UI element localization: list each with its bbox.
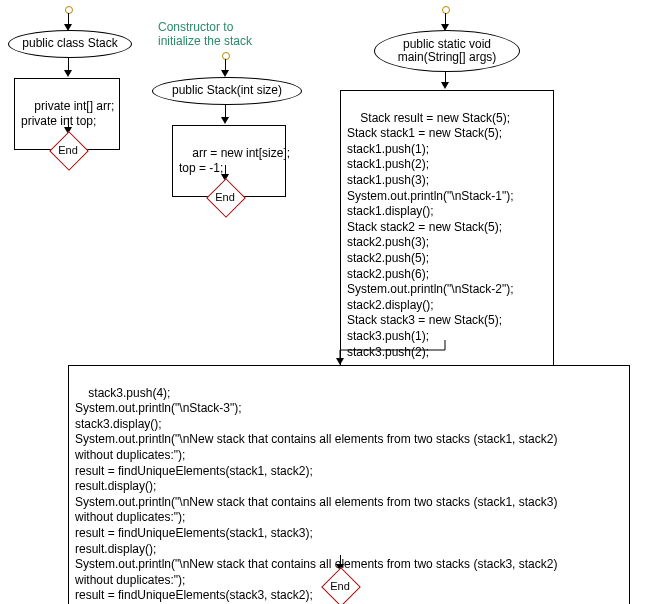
end-diamond-flow1: End <box>50 132 86 168</box>
start-dot-flow2 <box>222 52 230 60</box>
end-diamond-flow2: End <box>207 179 243 215</box>
end-label: End <box>50 132 86 168</box>
arrow-line <box>68 57 69 71</box>
flowchart-canvas: public class Stack private int[] arr; pr… <box>0 0 659 604</box>
start-dot-flow1 <box>65 6 73 14</box>
end-diamond-flow3: End <box>322 568 358 604</box>
ellipse-main: public static void main(String[] args) <box>374 30 520 72</box>
rect-main-block1: Stack result = new Stack(5); Stack stack… <box>340 90 554 381</box>
ellipse-label: public static void main(String[] args) <box>398 38 497 64</box>
annotation-constructor: Constructor to initialize the stack <box>158 20 252 48</box>
ellipse-class-stack: public class Stack <box>8 30 132 58</box>
ellipse-label: public Stack(int size) <box>172 84 282 97</box>
end-label: End <box>322 568 358 604</box>
rect-text: arr = new int[size]; top = -1; <box>179 146 290 176</box>
rect-text: stack3.push(4); System.out.println("\nSt… <box>75 386 557 604</box>
rect-text: Stack result = new Stack(5); Stack stack… <box>347 111 514 359</box>
start-dot-flow3 <box>442 6 450 14</box>
end-label: End <box>207 179 243 215</box>
arrow-head <box>441 82 449 89</box>
arrow-head <box>64 70 72 77</box>
arrow-head <box>221 117 229 124</box>
arrow-head <box>221 70 229 77</box>
ellipse-constructor: public Stack(int size) <box>152 77 302 105</box>
ellipse-label: public class Stack <box>22 37 117 50</box>
arrow-line <box>225 104 226 118</box>
